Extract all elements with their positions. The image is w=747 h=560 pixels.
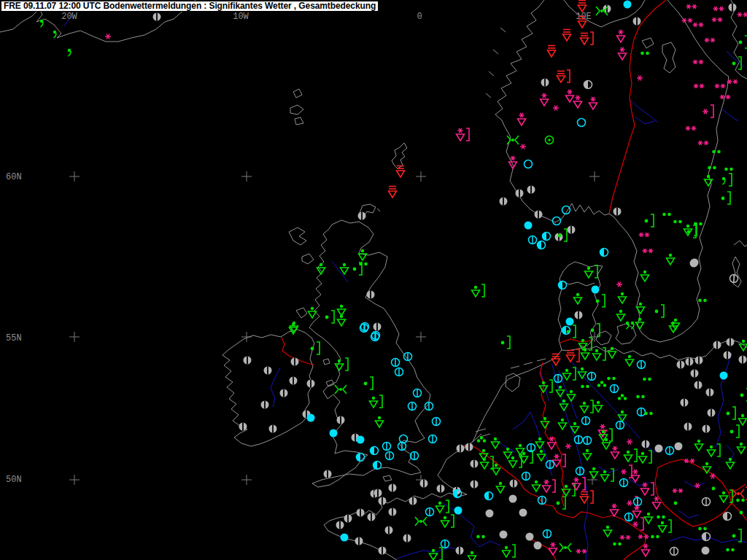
rain-dots-symbol [673,220,682,224]
cloud-cover-half-symbol [543,233,551,241]
longitude-label: 0 [417,12,422,22]
cloud-cover-7-symbol [739,356,747,364]
cloud-cover-overcast-symbol [330,429,338,438]
cloud-cover-overcast-symbol [454,507,462,515]
rain-shower-symbol [376,416,384,427]
cloud-cover-7-symbol [614,208,622,216]
cloud-cover-1-symbol [634,498,642,506]
rain-dots-symbol [662,213,671,217]
coastline-path [493,50,498,54]
rain-dots-symbol [359,262,368,266]
cloud-cover-overcast-symbol [534,542,542,550]
rain-shower-symbol [636,318,644,329]
river-path [271,368,280,407]
cloud-cover-overcast-symbol [357,436,365,444]
cloud-cover-1-symbol [409,402,417,411]
heavy-shower-with-bracket-symbol [581,32,594,44]
snow-moderate-symbol [738,12,747,17]
rain-shower-with-bracket-symbol [370,395,383,408]
drizzle-symbol [68,49,71,56]
border-path [560,339,592,343]
rain-shower-symbol [641,271,649,281]
snow-shower-with-bracket-symbol [641,483,654,495]
borders-layer [282,0,747,560]
rain-dots-symbol [726,548,735,552]
coastline-path [295,117,303,125]
graticule-cross [589,171,600,182]
snow-moderate-symbol [693,60,704,64]
cloud-cover-7-symbol [244,357,252,365]
rain-shower-symbol [695,440,703,451]
rain-shower-symbol [637,303,645,314]
map-title-bar: FRE 09.11.07 12:00 UTC Bodenwettermeldun… [1,1,379,12]
rain-dots-symbol [644,412,653,416]
coastline-path [596,331,611,345]
graticule-cross [416,171,426,182]
rain-shower-symbol [574,293,582,304]
snow-moderate-symbol [715,84,726,88]
cloud-cover-7-symbol [527,186,535,194]
rain-dots-symbol [651,535,659,539]
rain-shower-symbol [739,414,747,425]
cloud-cover-overcast-symbol [592,286,600,294]
coastline-path [609,0,729,342]
cloud-cover-open-symbol [553,217,561,225]
cloud-cover-7-symbol [307,380,315,388]
rain-dot-with-bracket-symbol [730,425,739,438]
weather-map: 20W10W010E60N55N50N FRE 09.11.07 12:00 U… [0,0,747,560]
cloud-cover-half-symbol [357,454,365,462]
cloud-cover-1-symbol [670,548,678,556]
cloud-cover-1-symbol [703,498,711,506]
coastline-path [476,429,486,432]
river-path [678,510,699,518]
coastline-path [383,475,392,481]
snow-moderate-symbol [713,7,724,11]
cloud-cover-7-symbol [535,211,543,219]
cloud-cover-7-symbol [724,351,732,359]
snow-shower-symbol [566,90,574,102]
snow-with-bracket-symbol [703,105,713,117]
rain-dots-symbol [698,299,707,303]
cloud-cover-open-symbol [525,160,533,168]
cloud-cover-1-symbol [638,361,646,369]
cloud-cover-7-symbol [239,423,247,431]
graticule-cross [69,332,80,342]
cloud-cover-1-symbol [392,359,400,367]
cloud-cover-7-symbol [677,361,685,369]
cloud-cover-1-symbol [625,513,633,521]
rain-dots-symbol [712,150,721,154]
coastline-path [558,262,603,351]
coastline-path [486,93,491,98]
rain-dots-symbol [636,395,645,399]
cloud-cover-7-symbol [575,311,583,319]
longitude-label: 20W [61,12,77,22]
cloud-cover-7-symbol [358,212,366,220]
rain-shower-symbol [560,400,568,411]
rain-shower-with-bracket-symbol [585,265,598,278]
cloud-cover-7-symbol [713,341,721,349]
rain-shower-with-bracket-symbol [639,451,652,463]
rain-shower-symbol [341,263,349,274]
snow-symbol [627,440,632,445]
drizzle-symbol [53,31,56,38]
cloud-cover-half-symbol [371,447,379,455]
cloud-cover-7-symbol [367,291,375,299]
thunderstorm-symbol [507,136,519,144]
rain-dots-symbol [708,166,716,170]
cloud-cover-7-symbol [374,323,382,331]
heavy-shower-symbol [552,354,560,366]
rain-shower-symbol [559,419,567,429]
coastline-path [662,42,676,73]
cloud-cover-overcast-symbol [500,531,508,539]
cloud-cover-7-symbol [379,497,387,505]
graticule-cross [69,475,80,485]
coastline-path [473,350,562,442]
cloud-cover-7-symbol [409,497,417,505]
snow-moderate-symbol [576,549,587,553]
river-path [479,541,500,547]
snow-moderate-symbol [686,4,697,9]
rain-dot-with-bracket-symbol [740,389,747,401]
snow-moderate-symbol [686,126,697,131]
rain-dot-symbol [674,502,678,505]
cloud-cover-7-symbol [324,470,332,478]
